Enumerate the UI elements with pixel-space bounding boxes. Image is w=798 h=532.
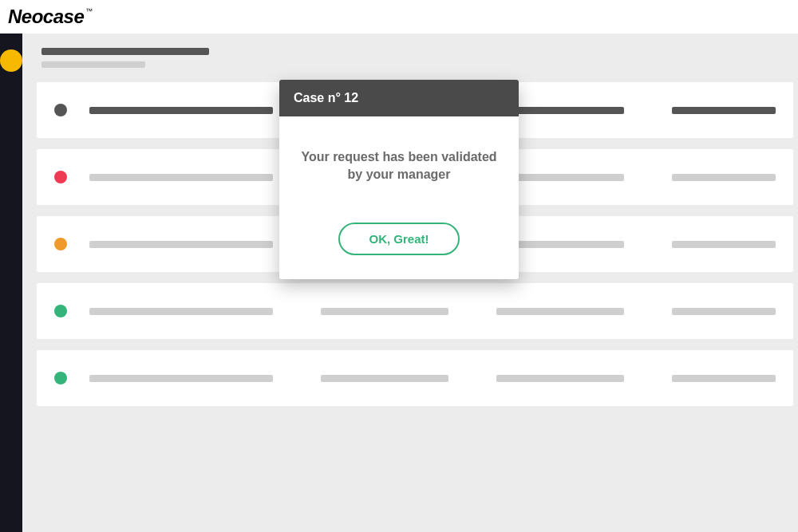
cell-placeholder: [89, 375, 273, 382]
cell-placeholder: [672, 241, 776, 248]
cell-placeholder: [496, 375, 624, 382]
list-item[interactable]: [37, 283, 793, 339]
modal-confirm-button[interactable]: OK, Great!: [338, 223, 459, 255]
cell-placeholder: [672, 308, 776, 315]
page-header: [37, 48, 793, 68]
row-columns: [89, 308, 776, 315]
status-dot-icon: [54, 372, 67, 384]
cell-placeholder: [672, 375, 776, 382]
status-dot-icon: [54, 305, 67, 317]
status-dot-icon: [54, 171, 67, 183]
sidebar-active-indicator[interactable]: [0, 49, 22, 72]
status-dot-icon: [54, 104, 67, 116]
top-bar: Neocase: [0, 0, 798, 33]
cell-placeholder: [672, 174, 776, 181]
cell-placeholder: [89, 107, 273, 114]
cell-placeholder: [89, 308, 273, 315]
list-item[interactable]: [37, 350, 793, 406]
cell-placeholder: [89, 241, 273, 248]
row-columns: [89, 375, 776, 382]
status-dot-icon: [54, 238, 67, 250]
modal-message: Your request has been validated by your …: [298, 148, 500, 184]
cell-placeholder: [321, 308, 448, 315]
modal-body: Your request has been validated by your …: [279, 116, 519, 279]
page-subtitle-placeholder: [41, 61, 145, 68]
cell-placeholder: [89, 174, 273, 181]
case-modal: Case n° 12 Your request has been validat…: [279, 80, 519, 279]
brand-logo: Neocase: [8, 6, 91, 28]
cell-placeholder: [496, 308, 624, 315]
cell-placeholder: [321, 375, 448, 382]
modal-title: Case n° 12: [279, 80, 519, 116]
page-title-placeholder: [41, 48, 209, 55]
cell-placeholder: [672, 107, 776, 114]
sidebar: [0, 33, 22, 532]
